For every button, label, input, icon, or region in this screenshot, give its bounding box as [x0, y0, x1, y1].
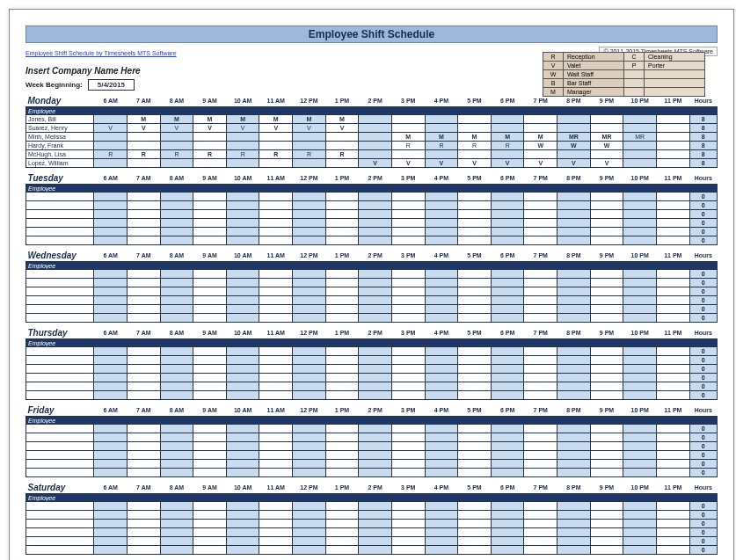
shift-cell[interactable]	[656, 442, 689, 451]
shift-cell[interactable]: V	[359, 159, 392, 168]
shift-cell[interactable]	[491, 511, 524, 520]
shift-cell[interactable]	[557, 391, 591, 400]
shift-cell[interactable]	[193, 287, 227, 296]
shift-cell[interactable]	[259, 520, 293, 528]
employee-name[interactable]	[26, 193, 94, 201]
shift-cell[interactable]	[623, 296, 657, 305]
shift-cell[interactable]	[259, 391, 293, 400]
shift-cell[interactable]: R	[425, 142, 458, 150]
shift-cell[interactable]	[226, 228, 259, 236]
shift-cell[interactable]	[623, 219, 657, 228]
shift-cell[interactable]	[656, 133, 689, 142]
shift-cell[interactable]	[524, 451, 557, 460]
shift-cell[interactable]	[293, 391, 326, 400]
shift-cell[interactable]	[325, 382, 359, 391]
shift-cell[interactable]	[94, 425, 128, 433]
shift-cell[interactable]	[458, 228, 492, 236]
shift-cell[interactable]	[226, 193, 259, 201]
shift-cell[interactable]: R	[325, 150, 359, 159]
shift-cell[interactable]	[524, 528, 557, 537]
shift-cell[interactable]	[623, 442, 657, 451]
shift-cell[interactable]	[590, 502, 623, 511]
shift-cell[interactable]	[325, 159, 359, 168]
shift-cell[interactable]	[656, 511, 689, 520]
shift-cell[interactable]	[425, 391, 458, 400]
shift-cell[interactable]	[293, 287, 326, 296]
shift-cell[interactable]	[458, 365, 492, 374]
shift-cell[interactable]	[259, 287, 293, 296]
shift-cell[interactable]	[524, 305, 557, 314]
shift-cell[interactable]: V	[226, 124, 259, 133]
shift-cell[interactable]	[557, 193, 591, 201]
shift-cell[interactable]	[193, 236, 227, 245]
shift-cell[interactable]	[425, 150, 458, 159]
employee-name[interactable]	[26, 270, 94, 279]
shift-cell[interactable]	[160, 537, 193, 546]
shift-cell[interactable]	[359, 365, 392, 374]
shift-cell[interactable]	[458, 356, 492, 365]
shift-cell[interactable]	[425, 287, 458, 296]
shift-cell[interactable]	[656, 391, 689, 400]
shift-cell[interactable]	[623, 520, 657, 528]
shift-cell[interactable]	[293, 528, 326, 537]
shift-cell[interactable]	[359, 296, 392, 305]
shift-cell[interactable]	[160, 442, 193, 451]
shift-cell[interactable]	[359, 133, 392, 142]
shift-cell[interactable]	[127, 460, 160, 469]
shift-cell[interactable]	[491, 365, 524, 374]
shift-cell[interactable]	[127, 296, 160, 305]
shift-cell[interactable]	[656, 365, 689, 374]
shift-cell[interactable]	[656, 142, 689, 150]
employee-name[interactable]	[26, 365, 94, 374]
shift-cell[interactable]	[193, 511, 227, 520]
shift-cell[interactable]	[226, 374, 259, 382]
shift-cell[interactable]	[259, 511, 293, 520]
shift-cell[interactable]	[226, 391, 259, 400]
shift-cell[interactable]	[590, 433, 623, 442]
shift-cell[interactable]	[623, 528, 657, 537]
shift-cell[interactable]	[557, 546, 591, 555]
shift-cell[interactable]	[391, 296, 425, 305]
shift-cell[interactable]	[391, 270, 425, 279]
shift-cell[interactable]	[94, 356, 128, 365]
shift-cell[interactable]	[193, 520, 227, 528]
shift-cell[interactable]	[557, 502, 591, 511]
shift-cell[interactable]	[325, 347, 359, 356]
employee-name[interactable]	[26, 391, 94, 400]
shift-cell[interactable]	[127, 228, 160, 236]
shift-cell[interactable]	[160, 159, 193, 168]
shift-cell[interactable]	[391, 502, 425, 511]
shift-cell[interactable]	[127, 451, 160, 460]
shift-cell[interactable]	[656, 356, 689, 365]
shift-cell[interactable]	[391, 124, 425, 133]
shift-cell[interactable]	[524, 124, 557, 133]
shift-cell[interactable]	[557, 537, 591, 546]
shift-cell[interactable]	[259, 279, 293, 287]
shift-cell[interactable]	[359, 228, 392, 236]
shift-cell[interactable]	[226, 460, 259, 469]
shift-cell[interactable]	[226, 219, 259, 228]
shift-cell[interactable]	[557, 210, 591, 219]
shift-cell[interactable]	[391, 150, 425, 159]
shift-cell[interactable]	[160, 270, 193, 279]
shift-cell[interactable]	[293, 365, 326, 374]
shift-cell[interactable]	[160, 314, 193, 323]
employee-name[interactable]	[26, 511, 94, 520]
shift-cell[interactable]	[160, 469, 193, 477]
shift-cell[interactable]	[94, 270, 128, 279]
shift-cell[interactable]	[359, 433, 392, 442]
shift-cell[interactable]: W	[590, 142, 623, 150]
shift-cell[interactable]	[391, 201, 425, 210]
shift-cell[interactable]	[160, 374, 193, 382]
shift-cell[interactable]	[656, 219, 689, 228]
shift-cell[interactable]	[193, 374, 227, 382]
shift-cell[interactable]	[259, 365, 293, 374]
shift-cell[interactable]	[160, 210, 193, 219]
shift-cell[interactable]	[94, 391, 128, 400]
employee-name[interactable]: Lopez, William	[26, 159, 94, 168]
shift-cell[interactable]	[94, 279, 128, 287]
shift-cell[interactable]	[293, 236, 326, 245]
shift-cell[interactable]	[656, 296, 689, 305]
shift-cell[interactable]	[590, 469, 623, 477]
shift-cell[interactable]: R	[458, 142, 492, 150]
